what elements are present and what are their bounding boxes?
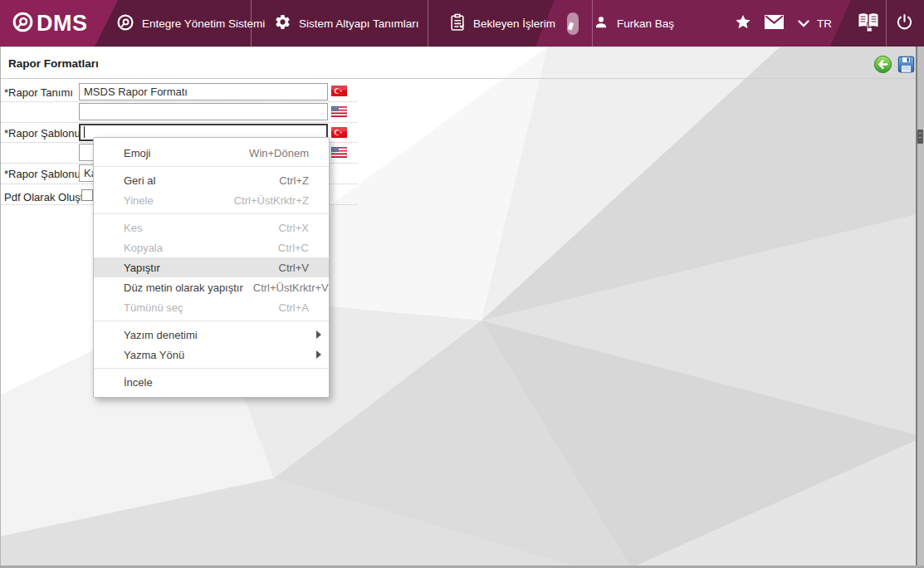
turkish-flag-icon xyxy=(331,85,347,100)
save-button[interactable] xyxy=(897,55,916,74)
field-label-rapor-sablonu-2: *Rapor Şablonu xyxy=(4,168,81,180)
topbar-bottom-line xyxy=(0,47,924,47)
window-border-right xyxy=(916,47,917,568)
back-button[interactable] xyxy=(873,55,892,74)
submenu-arrow-icon xyxy=(316,331,321,339)
row-separator xyxy=(0,101,357,102)
window-border-left xyxy=(0,47,1,568)
context-menu-item-yazma-yonu[interactable]: Yazma Yönü xyxy=(94,345,329,365)
language-selector[interactable]: TR xyxy=(798,0,832,47)
qdms-window: DMS Entegre Yönetim Sistemi Sistem Altya… xyxy=(0,0,924,568)
pdf-checkbox[interactable] xyxy=(81,189,93,201)
context-menu-item-geri-al[interactable]: Geri al Ctrl+Z xyxy=(94,170,329,190)
context-menu-item-incele[interactable]: İncele xyxy=(94,372,329,392)
mail-button[interactable] xyxy=(765,0,784,47)
context-menu-item-tumunu-sec: Tümünü seç Ctrl+A xyxy=(94,297,329,317)
context-menu-item-emoji[interactable]: Emoji Win+Dönem xyxy=(94,143,329,163)
context-menu: Emoji Win+Dönem Geri al Ctrl+Z Yinele Ct… xyxy=(93,137,330,398)
context-menu-item-kes: Kes Ctrl+X xyxy=(94,218,329,237)
scrollbar-gutter[interactable] xyxy=(917,47,924,568)
topbar-divider xyxy=(428,0,428,47)
clipboard-icon xyxy=(449,13,466,34)
chevron-down-icon xyxy=(798,17,809,30)
menu-item-sistem-altyapi-tanimlari[interactable]: Sistem Altyapı Tanımları xyxy=(274,0,419,47)
mail-icon xyxy=(765,15,784,32)
gear-icon xyxy=(274,13,291,33)
star-icon xyxy=(734,13,752,34)
context-menu-separator xyxy=(94,166,329,167)
user-name: Furkan Baş xyxy=(617,17,674,30)
qdms-logo[interactable]: DMS xyxy=(12,0,88,47)
user-icon xyxy=(593,14,609,33)
field-label-rapor-sablonu: *Rapor Şablonu xyxy=(4,127,81,140)
rapor-tanimi-input-en[interactable] xyxy=(79,103,328,120)
scroll-indicator-mark xyxy=(568,22,574,30)
favorites-button[interactable] xyxy=(734,0,752,47)
manual-book-icon xyxy=(857,12,880,35)
scrollbar-thumb[interactable] xyxy=(917,130,923,144)
user-menu[interactable]: Furkan Baş xyxy=(593,0,674,47)
field-label-pdf-olarak-olustur: Pdf Olarak Oluştur xyxy=(4,191,93,203)
integrated-system-icon xyxy=(116,13,134,34)
us-flag-icon xyxy=(331,105,347,120)
turkish-flag-icon xyxy=(331,126,347,141)
page-title: Rapor Formatları xyxy=(8,57,99,70)
context-menu-separator xyxy=(94,368,329,369)
context-menu-item-yapistir[interactable]: Yapıştır Ctrl+V xyxy=(94,257,329,277)
text-caret xyxy=(84,126,85,138)
context-menu-separator xyxy=(94,321,329,321)
power-icon xyxy=(895,12,914,34)
language-code: TR xyxy=(817,17,832,30)
logout-button[interactable] xyxy=(895,0,914,47)
rapor-tanimi-input-tr[interactable] xyxy=(79,83,328,100)
qdms-circle-icon xyxy=(12,11,34,37)
context-menu-item-duz-metin-yapistir[interactable]: Düz metin olarak yapıştır Ctrl+ÜstKrktr+… xyxy=(94,277,329,297)
menu-scroll-indicator[interactable] xyxy=(567,12,579,35)
topbar: DMS Entegre Yönetim Sistemi Sistem Altya… xyxy=(0,0,924,47)
menu-item-label: Entegre Yönetim Sistemi xyxy=(142,17,265,30)
field-label-rapor-tanimi: *Rapor Tanımı xyxy=(4,86,73,99)
submenu-arrow-icon xyxy=(316,350,321,359)
menu-item-label: Bekleyen İşlerim xyxy=(473,17,555,30)
title-underline xyxy=(0,78,917,79)
context-menu-item-yinele: Yinele Ctrl+ÜstKrktr+Z xyxy=(94,190,329,210)
menu-item-label: Sistem Altyapı Tanımları xyxy=(299,17,419,30)
topbar-divider xyxy=(251,0,252,47)
row-separator xyxy=(0,122,357,123)
menu-item-entegre-yonetim-sistemi[interactable]: Entegre Yönetim Sistemi xyxy=(116,0,265,47)
context-menu-item-yazim-denetimi[interactable]: Yazım denetimi xyxy=(94,325,329,345)
topbar-divider xyxy=(886,0,887,47)
logo-text: DMS xyxy=(37,11,88,37)
user-manual-button[interactable] xyxy=(857,0,880,47)
context-menu-item-kopyala: Kopyala Ctrl+C xyxy=(94,237,329,257)
us-flag-icon xyxy=(331,146,347,161)
menu-item-bekleyen-islerim[interactable]: Bekleyen İşlerim xyxy=(449,0,555,47)
context-menu-separator xyxy=(94,213,329,214)
